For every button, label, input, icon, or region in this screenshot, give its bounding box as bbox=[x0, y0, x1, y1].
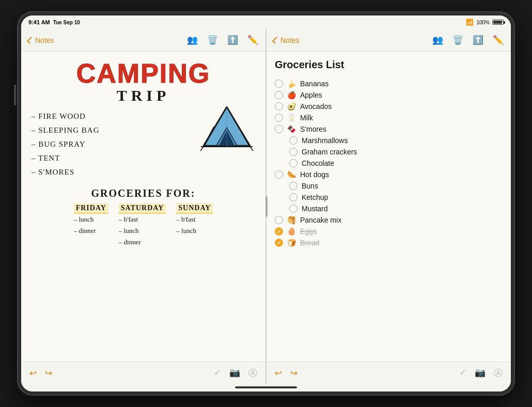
compose-icon-right[interactable]: ✏️ bbox=[493, 35, 504, 45]
groceries-for-title: GROCERIES FOR: bbox=[32, 187, 255, 199]
chevron-left-icon bbox=[27, 36, 34, 43]
pen-icon-right[interactable]: Ⓐ bbox=[494, 367, 503, 379]
left-bottom-right: ✓ 📷 Ⓐ bbox=[214, 367, 257, 379]
check-circle-bananas[interactable] bbox=[275, 80, 283, 88]
split-divider[interactable] bbox=[266, 29, 267, 384]
text-marshmallows: Marshmallows bbox=[302, 136, 348, 145]
emoji-smores: 🍫 bbox=[287, 125, 296, 133]
check-circle-buns[interactable] bbox=[289, 182, 298, 190]
list-item[interactable]: Buns bbox=[275, 180, 503, 192]
check-circle-mustard[interactable] bbox=[289, 205, 298, 213]
emoji-hotdogs: 🌭 bbox=[287, 170, 296, 179]
check-circle-bread[interactable] bbox=[275, 239, 283, 247]
emoji-eggs: 🥚 bbox=[287, 227, 296, 236]
text-mustard: Mustard bbox=[302, 205, 328, 213]
text-graham: Graham crackers bbox=[302, 148, 357, 156]
list-item[interactable]: 🍌 Bananas bbox=[275, 78, 503, 89]
camping-word: CAMPING bbox=[32, 60, 255, 87]
check-circle-smores[interactable] bbox=[275, 125, 283, 133]
camera-icon-right[interactable]: 📷 bbox=[475, 367, 486, 379]
note-body: – FIRE WOOD – SLEEPING BAG – BUG SPRAY –… bbox=[32, 109, 255, 179]
check-circle-apples[interactable] bbox=[275, 91, 283, 99]
emoji-milk: 🥛 bbox=[287, 114, 296, 122]
list-item[interactable]: 🍫 S'mores bbox=[275, 123, 503, 135]
left-back-button[interactable]: Notes bbox=[28, 36, 54, 44]
list-item[interactable]: Graham crackers bbox=[275, 146, 503, 158]
right-toolbar-actions: 👥 🗑️ ⬆️ ✏️ bbox=[432, 35, 504, 45]
share-icon-right[interactable]: ⬆️ bbox=[473, 35, 483, 45]
check-circle-chocolate[interactable] bbox=[289, 159, 298, 167]
list-item[interactable]: 🥛 Milk bbox=[275, 112, 503, 123]
check-circle-pancake[interactable] bbox=[275, 216, 283, 224]
left-bottom-left: ↩ ↪ bbox=[29, 368, 52, 379]
emoji-avocados: 🥑 bbox=[287, 102, 296, 111]
redo-icon-left[interactable]: ↪ bbox=[45, 368, 52, 379]
right-back-label: Notes bbox=[280, 36, 300, 44]
check-circle-ketchup[interactable] bbox=[289, 193, 298, 201]
split-view: Notes 👥 🗑️ ⬆️ ✏️ CAMPING TRIP bbox=[21, 29, 511, 384]
day-sunday: SUNDAY – b'fast– lunch bbox=[176, 204, 213, 248]
groceries-list-content: Groceries List 🍌 Bananas 🍎 Apples bbox=[267, 52, 511, 362]
checkmark-icon-right[interactable]: ✓ bbox=[459, 367, 466, 379]
left-note-content: CAMPING TRIP – FIRE WOOD – SLEEPING BAG … bbox=[21, 52, 265, 362]
undo-icon-left[interactable]: ↩ bbox=[29, 368, 37, 379]
right-toolbar: Notes 👥 🗑️ ⬆️ ✏️ bbox=[267, 29, 511, 52]
list-item[interactable]: 🥑 Avocados bbox=[275, 101, 503, 112]
text-bananas: Bananas bbox=[300, 80, 328, 88]
collaborate-icon-left[interactable]: 👥 bbox=[187, 35, 198, 45]
check-circle-graham[interactable] bbox=[289, 148, 298, 156]
ipad-screen: 9:41 AM Tue Sep 10 📶 100% Notes bbox=[21, 15, 511, 392]
wifi-icon-right: 📶 bbox=[466, 19, 474, 26]
list-item[interactable]: 🥚 Eggs bbox=[275, 226, 503, 237]
saturday-label: SATURDAY bbox=[119, 204, 166, 214]
friday-label: FRIDAY bbox=[74, 204, 108, 214]
pen-icon-left[interactable]: Ⓐ bbox=[248, 367, 257, 379]
check-circle-avocados[interactable] bbox=[275, 102, 283, 111]
right-back-button[interactable]: Notes bbox=[274, 36, 300, 44]
battery-icon-right: 100% bbox=[476, 20, 490, 25]
day-friday: FRIDAY – lunch– dinner bbox=[74, 204, 108, 248]
camera-icon-left[interactable]: 📷 bbox=[229, 367, 240, 379]
list-item[interactable]: 🌭 Hot dogs bbox=[275, 169, 503, 180]
text-chocolate: Chocolate bbox=[302, 159, 334, 167]
list-item[interactable]: Chocolate bbox=[275, 158, 503, 169]
left-pane: Notes 👥 🗑️ ⬆️ ✏️ CAMPING TRIP bbox=[21, 29, 266, 384]
share-icon-left[interactable]: ⬆️ bbox=[227, 35, 238, 45]
right-bottom-right: ✓ 📷 Ⓐ bbox=[459, 367, 503, 379]
check-circle-milk[interactable] bbox=[275, 114, 283, 122]
sunday-items: – b'fast– lunch bbox=[176, 214, 213, 237]
checkmark-icon-left[interactable]: ✓ bbox=[214, 367, 221, 379]
list-item[interactable]: 🍞 Bread bbox=[275, 237, 503, 248]
check-circle-marshmallows[interactable] bbox=[289, 136, 298, 145]
text-apples: Apples bbox=[300, 91, 322, 99]
groceries-section: GROCERIES FOR: FRIDAY – lunch– dinner SA bbox=[32, 187, 255, 248]
list-item-tent: – TENT bbox=[32, 151, 198, 165]
check-circle-hotdogs[interactable] bbox=[275, 170, 283, 179]
camping-title: CAMPING TRIP bbox=[32, 60, 255, 104]
list-item-sleeping-bag: – SLEEPING BAG bbox=[32, 123, 198, 137]
list-item[interactable]: 🥞 Pancake mix bbox=[275, 214, 503, 226]
delete-icon-right[interactable]: 🗑️ bbox=[452, 35, 463, 45]
list-item[interactable]: Ketchup bbox=[275, 192, 503, 203]
list-item[interactable]: Mustard bbox=[275, 203, 503, 214]
list-item[interactable]: 🍎 Apples bbox=[275, 89, 503, 101]
collaborate-icon-right[interactable]: 👥 bbox=[432, 35, 443, 45]
redo-icon-right[interactable]: ↪ bbox=[290, 368, 298, 379]
right-bottom-left: ↩ ↪ bbox=[275, 368, 298, 379]
delete-icon-left[interactable]: 🗑️ bbox=[207, 35, 218, 45]
text-buns: Buns bbox=[302, 182, 318, 190]
list-item-firewood: – FIRE WOOD bbox=[32, 109, 198, 123]
text-hotdogs: Hot dogs bbox=[300, 170, 329, 179]
check-circle-eggs[interactable] bbox=[275, 227, 283, 236]
date-left: Tue Sep 10 bbox=[53, 20, 80, 25]
time-left: 9:41 AM bbox=[28, 19, 50, 25]
emoji-pancake: 🥞 bbox=[287, 216, 296, 224]
text-milk: Milk bbox=[300, 114, 313, 122]
text-avocados: Avocados bbox=[300, 102, 332, 111]
ipad-device: 9:41 AM Tue Sep 10 📶 100% Notes bbox=[18, 12, 514, 395]
tent-sketch bbox=[198, 104, 255, 156]
list-item[interactable]: Marshmallows bbox=[275, 135, 503, 146]
undo-icon-right[interactable]: ↩ bbox=[275, 368, 282, 379]
compose-icon-left[interactable]: ✏️ bbox=[247, 35, 258, 45]
svg-line-9 bbox=[250, 147, 253, 151]
